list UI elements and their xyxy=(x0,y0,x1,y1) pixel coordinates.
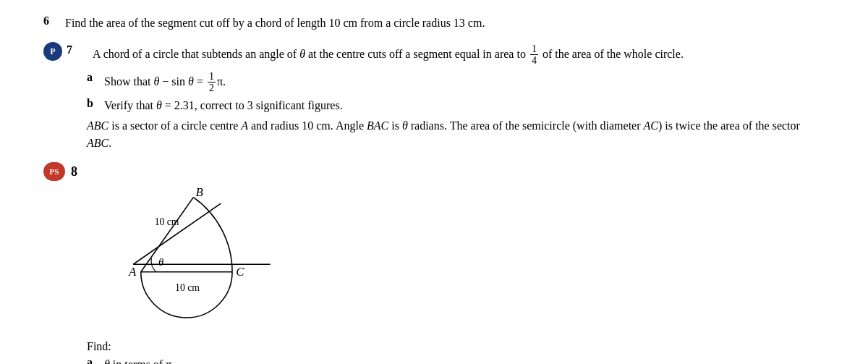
diagram: A C B θ 10 cm 10 cm xyxy=(116,188,318,333)
q8-number: 8 xyxy=(71,164,93,179)
find-label: Find: xyxy=(87,340,825,353)
question-6: 6 Find the area of the segment cut off b… xyxy=(43,14,825,32)
badge-ps: PS xyxy=(43,162,65,181)
q7-part-a: a Show that θ − sin θ = 12π. xyxy=(87,71,825,94)
badge-p: P xyxy=(43,42,62,61)
q8a-text: θ in terms of π xyxy=(104,356,825,364)
q6-text: Find the area of the segment cut off by … xyxy=(65,14,825,32)
q7-extra: ABC is a sector of a circle centre A and… xyxy=(87,117,825,152)
q7a-text: Show that θ − sin θ = 12π. xyxy=(104,71,825,94)
question-7: P 7 A chord of a circle that subtends an… xyxy=(43,43,825,152)
dim-bottom: 10 cm xyxy=(175,282,200,293)
q7-text: A chord of a circle that subtends an ang… xyxy=(93,43,825,67)
label-B: B xyxy=(196,188,203,199)
find-section: Find: a θ in terms of π b the perimeter … xyxy=(87,340,825,364)
label-A: A xyxy=(128,265,137,279)
label-theta: θ xyxy=(158,256,163,268)
svg-line-3 xyxy=(141,197,194,271)
q7b-text: Verify that θ = 2.31, correct to 3 signi… xyxy=(104,97,825,114)
label-C: C xyxy=(236,265,244,279)
dim-top: 10 cm xyxy=(155,216,179,227)
q7-number: 7 xyxy=(67,43,88,56)
svg-line-1 xyxy=(133,203,221,264)
q7-extra-text: ABC is a sector of a circle centre A and… xyxy=(87,117,825,152)
q8-part-a: a θ in terms of π xyxy=(87,356,825,364)
q6-number: 6 xyxy=(43,14,65,27)
q7b-label: b xyxy=(87,97,104,110)
question-8: PS 8 xyxy=(43,164,825,364)
q8a-label: a xyxy=(87,356,104,364)
q7-part-b: b Verify that θ = 2.31, correct to 3 sig… xyxy=(87,97,825,114)
q7a-label: a xyxy=(87,71,104,84)
